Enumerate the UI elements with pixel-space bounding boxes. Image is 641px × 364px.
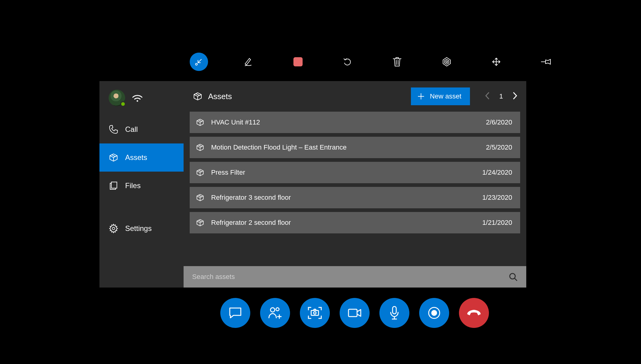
- snapshot-button[interactable]: [300, 298, 330, 328]
- box-icon: [196, 218, 204, 227]
- avatar[interactable]: [109, 90, 125, 106]
- svg-point-11: [137, 100, 138, 102]
- chat-button[interactable]: [220, 298, 250, 328]
- annotation-toolbar: [190, 53, 555, 71]
- record-icon: [427, 306, 441, 320]
- sidebar-item-files[interactable]: Files: [99, 172, 184, 200]
- box-icon: [196, 168, 204, 177]
- svg-point-15: [112, 227, 115, 230]
- pager-page-number: 1: [496, 92, 507, 100]
- undo-button[interactable]: [338, 53, 357, 71]
- asset-row[interactable]: Motion Detection Flood Light – East Entr…: [190, 137, 520, 158]
- pager: 1: [482, 89, 520, 104]
- delete-button[interactable]: [388, 53, 406, 71]
- svg-point-33: [276, 308, 279, 311]
- asset-row[interactable]: Refrigerator 2 second floor 1/21/2020: [190, 212, 520, 233]
- chevron-left-icon: [485, 91, 490, 100]
- svg-line-31: [515, 278, 517, 280]
- asset-list: HVAC Unit #112 2/6/2020 Motion Detection…: [190, 112, 520, 233]
- svg-line-17: [196, 94, 199, 95]
- video-icon: [347, 308, 362, 318]
- search-input[interactable]: [192, 273, 509, 281]
- people-add-icon: [268, 306, 282, 320]
- box-icon: [109, 153, 118, 162]
- asset-date: 2/5/2020: [486, 143, 512, 151]
- search-row: [184, 266, 526, 288]
- ink-icon: [243, 57, 254, 67]
- svg-rect-42: [393, 306, 396, 314]
- wifi-icon: [132, 94, 143, 102]
- content-area: Assets New asset 1 HVAC Unit #112: [184, 81, 526, 288]
- sidebar-item-label: Call: [125, 125, 138, 134]
- content-header: Assets New asset 1: [190, 81, 520, 112]
- ink-button[interactable]: [239, 53, 258, 71]
- svg-rect-14: [111, 182, 117, 188]
- svg-line-25: [199, 170, 202, 172]
- box-icon: [196, 143, 204, 152]
- chevron-right-icon: [512, 91, 518, 100]
- svg-line-23: [199, 145, 202, 147]
- files-icon: [109, 181, 118, 191]
- minimize-arrow-button[interactable]: [190, 53, 208, 71]
- box-icon: [196, 118, 204, 127]
- svg-rect-36: [311, 310, 319, 315]
- target-button[interactable]: [438, 53, 456, 71]
- camera-frame-icon: [307, 306, 322, 320]
- undo-icon: [343, 57, 352, 67]
- hang-up-icon: [466, 309, 482, 317]
- video-button[interactable]: [340, 298, 370, 328]
- svg-point-32: [270, 308, 275, 312]
- svg-marker-6: [445, 59, 449, 64]
- svg-rect-41: [348, 309, 357, 317]
- move-arrows-icon: [491, 57, 501, 67]
- asset-date: 1/24/2020: [482, 169, 512, 176]
- svg-point-7: [446, 61, 448, 63]
- add-participant-button[interactable]: [260, 298, 290, 328]
- asset-name: Motion Detection Flood Light – East Entr…: [211, 143, 479, 151]
- sidebar: Call Assets Files Settings: [99, 81, 184, 288]
- svg-line-21: [199, 120, 202, 121]
- asset-name: HVAC Unit #112: [211, 118, 479, 126]
- call-controls: [220, 298, 489, 328]
- svg-line-29: [199, 220, 202, 222]
- sidebar-item-label: Settings: [125, 224, 152, 233]
- stop-recording-button[interactable]: [289, 53, 307, 71]
- svg-point-46: [432, 310, 437, 315]
- svg-line-27: [199, 195, 202, 197]
- microphone-icon: [389, 306, 400, 320]
- box-icon: [196, 193, 204, 202]
- sidebar-item-call[interactable]: Call: [99, 115, 184, 143]
- asset-date: 1/21/2020: [482, 219, 512, 227]
- box-icon: [193, 91, 203, 101]
- pager-prev[interactable]: [482, 89, 493, 104]
- asset-row[interactable]: HVAC Unit #112 2/6/2020: [190, 112, 520, 133]
- sidebar-item-settings[interactable]: Settings: [99, 214, 184, 243]
- svg-line-13: [112, 155, 115, 157]
- record-button[interactable]: [419, 298, 449, 328]
- pin-icon: [541, 58, 551, 65]
- svg-line-1: [198, 59, 201, 63]
- plus-icon: [417, 92, 425, 100]
- asset-name: Press Filter: [211, 169, 475, 176]
- microphone-button[interactable]: [379, 298, 409, 328]
- asset-date: 1/23/2020: [482, 194, 512, 202]
- asset-name: Refrigerator 3 second floor: [211, 194, 475, 202]
- new-asset-button[interactable]: New asset: [411, 87, 470, 105]
- chat-icon: [229, 307, 242, 319]
- sidebar-item-assets[interactable]: Assets: [99, 143, 184, 172]
- svg-point-0: [196, 63, 197, 65]
- sidebar-item-label: Assets: [125, 153, 147, 162]
- stop-icon: [293, 57, 303, 66]
- asset-row[interactable]: Refrigerator 3 second floor 1/23/2020: [190, 187, 520, 208]
- profile-row: [99, 81, 184, 115]
- hang-up-button[interactable]: [459, 298, 489, 328]
- asset-row[interactable]: Press Filter 1/24/2020: [190, 162, 520, 183]
- pager-next[interactable]: [510, 89, 520, 104]
- move-button[interactable]: [487, 53, 505, 71]
- pin-button[interactable]: [537, 53, 555, 71]
- gear-icon: [109, 224, 118, 233]
- presence-indicator: [120, 101, 126, 107]
- search-icon[interactable]: [509, 272, 518, 281]
- sidebar-item-label: Files: [125, 181, 141, 190]
- target-icon: [442, 57, 452, 67]
